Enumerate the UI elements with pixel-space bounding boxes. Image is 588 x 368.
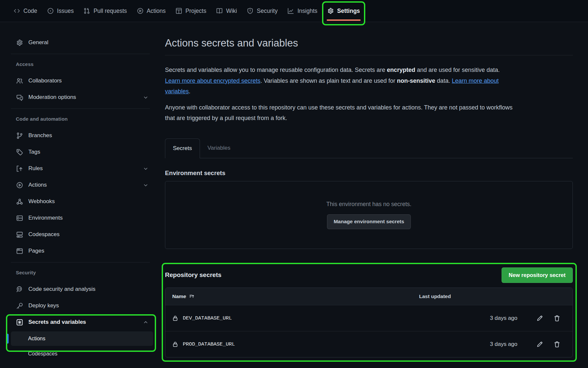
sidebar-group-secrets-and-variables: Secrets and variablesActionsCodespaces (11, 315, 153, 361)
sidebar-item-code-security-and-analysis[interactable]: Code security and analysis (11, 282, 153, 296)
sidebar-item-secrets-and-variables[interactable]: Secrets and variables (11, 315, 153, 329)
sidebar-item-environments[interactable]: Environments (11, 211, 153, 225)
gear-icon (327, 8, 334, 14)
sidebar-item-rules[interactable]: Rules (11, 161, 153, 176)
lock-icon (172, 315, 178, 321)
nav-tab-insights[interactable]: Insights (282, 0, 322, 22)
sidebar-item-collaborators[interactable]: Collaborators (11, 74, 153, 88)
sidebar-section-security: Security (16, 270, 153, 275)
environment-secrets-heading: Environment secrets (165, 169, 573, 177)
intro-paragraph-2: Anyone with collaborator access to this … (165, 102, 513, 124)
intro-paragraph: Secrets and variables allow you to manag… (165, 65, 513, 97)
sidebar-item-label: Actions (28, 182, 47, 188)
sidebar-item-pages[interactable]: Pages (11, 244, 153, 258)
nav-tab-label: Actions (147, 8, 166, 15)
sidebar-section-access: Access (16, 61, 153, 67)
key-icon (16, 302, 23, 309)
link-learn-more-about-encrypted-secrets[interactable]: Learn more about encrypted secrets (165, 77, 260, 84)
browser-icon (16, 248, 23, 255)
settings-content: Actions secrets and variables Secrets an… (153, 22, 588, 357)
delete-secret-button[interactable] (548, 315, 566, 322)
sidebar-item-codespaces[interactable]: Codespaces (11, 227, 153, 242)
nav-tab-label: Settings (337, 8, 360, 15)
table-header-row: Name Last updated (165, 288, 572, 305)
sidebar-item-moderation-options[interactable]: Moderation options (11, 90, 153, 105)
webhook-icon (16, 198, 23, 205)
sidebar-subitem-actions[interactable]: Actions (11, 331, 153, 346)
secret-last-updated: 3 days ago (419, 341, 531, 348)
secret-name: PROD_DATABASE_URL (183, 341, 235, 347)
sidebar-divider (11, 262, 150, 262)
shield-icon (247, 8, 253, 14)
sidebar-item-label: Codespaces (28, 231, 60, 238)
nav-tab-code[interactable]: Code (9, 0, 42, 22)
sidebar-subitem-label: Actions (28, 336, 45, 342)
new-repository-secret-button[interactable]: New repository secret (502, 267, 573, 283)
secret-last-updated: 3 days ago (419, 315, 531, 322)
nav-tab-pull-requests[interactable]: Pull requests (79, 0, 132, 22)
trash-icon (554, 341, 560, 348)
repository-secrets-section: Repository secrets New repository secret… (165, 267, 573, 357)
repository-secrets-table: Name Last updated DEV_DATABASE_URL3 days… (165, 288, 573, 357)
sort-ascending-icon (189, 294, 194, 299)
intro-text: data. (435, 77, 452, 84)
repo-tab-bar: CodeIssuesPull requestsActionsProjectsWi… (0, 0, 588, 22)
server-icon (16, 215, 23, 222)
sidebar-item-tags[interactable]: Tags (11, 145, 153, 159)
sidebar-item-label: Moderation options (28, 94, 76, 101)
git-branch-icon (16, 132, 23, 139)
sidebar-item-label: Webhooks (28, 198, 55, 205)
nav-tab-label: Issues (57, 8, 74, 15)
nav-tab-label: Insights (297, 8, 317, 15)
sidebar-divider (11, 108, 150, 109)
nav-tab-label: Pull requests (93, 8, 127, 15)
chevron-down-icon (143, 182, 148, 188)
nav-tab-projects[interactable]: Projects (171, 0, 211, 22)
people-icon (16, 77, 23, 84)
manage-environment-secrets-button[interactable]: Manage environment secrets (327, 214, 411, 229)
sidebar-item-label: General (28, 39, 48, 46)
graph-icon (287, 8, 294, 14)
nav-tab-wiki[interactable]: Wiki (211, 0, 242, 22)
sidebar-item-label: Secrets and variables (28, 319, 86, 325)
sidebar-item-actions[interactable]: Actions (11, 178, 153, 192)
pencil-icon (537, 315, 543, 322)
delete-secret-button[interactable] (548, 341, 566, 348)
sidebar-item-branches[interactable]: Branches (11, 128, 153, 143)
sidebar-item-webhooks[interactable]: Webhooks (11, 194, 153, 209)
secret-name-cell: PROD_DATABASE_URL (172, 341, 419, 347)
chevron-up-icon (143, 320, 148, 325)
tab-secrets[interactable]: Secrets (165, 138, 200, 158)
secret-name: DEV_DATABASE_URL (183, 315, 232, 321)
play-icon (16, 182, 23, 189)
pull-request-icon (83, 8, 90, 14)
rules-icon (16, 165, 23, 172)
sidebar-item-label: Tags (28, 149, 40, 155)
sidebar-item-deploy-keys[interactable]: Deploy keys (11, 298, 153, 313)
sidebar-item-label: Code security and analysis (28, 286, 95, 292)
settings-sidebar: GeneralAccessCollaboratorsModeration opt… (0, 22, 153, 362)
sidebar-section-code-and-automation: Code and automation (16, 116, 153, 122)
sidebar-subitem-label: Codespaces (28, 351, 57, 357)
sidebar-subitem-codespaces[interactable]: Codespaces (11, 347, 153, 361)
tab-variables[interactable]: Variables (200, 138, 238, 158)
nav-tab-actions[interactable]: Actions (132, 0, 171, 22)
secrets-variables-tabnav: Secrets Variables (165, 138, 573, 158)
secret-name-cell: DEV_DATABASE_URL (172, 315, 419, 321)
sidebar-item-label: Environments (28, 215, 63, 221)
nav-tab-settings[interactable]: Settings (322, 0, 365, 22)
edit-secret-button[interactable] (531, 315, 548, 322)
intro-text: and are used for sensitive data. (415, 67, 500, 73)
nav-tab-security[interactable]: Security (242, 0, 282, 22)
intro-text: Secrets and variables allow you to manag… (165, 67, 387, 73)
sidebar-divider (11, 54, 150, 54)
lock-icon (172, 341, 178, 347)
nav-tab-label: Code (23, 8, 37, 15)
emphasis-text: non-sensitive (397, 77, 435, 84)
edit-secret-button[interactable] (531, 341, 548, 348)
sidebar-item-label: Deploy keys (28, 302, 59, 309)
name-column-header[interactable]: Name (172, 293, 186, 299)
sidebar-item-general[interactable]: General (11, 35, 153, 50)
nav-tab-issues[interactable]: Issues (42, 0, 79, 22)
secret-row-prod-database-url: PROD_DATABASE_URL3 days ago (165, 331, 572, 357)
